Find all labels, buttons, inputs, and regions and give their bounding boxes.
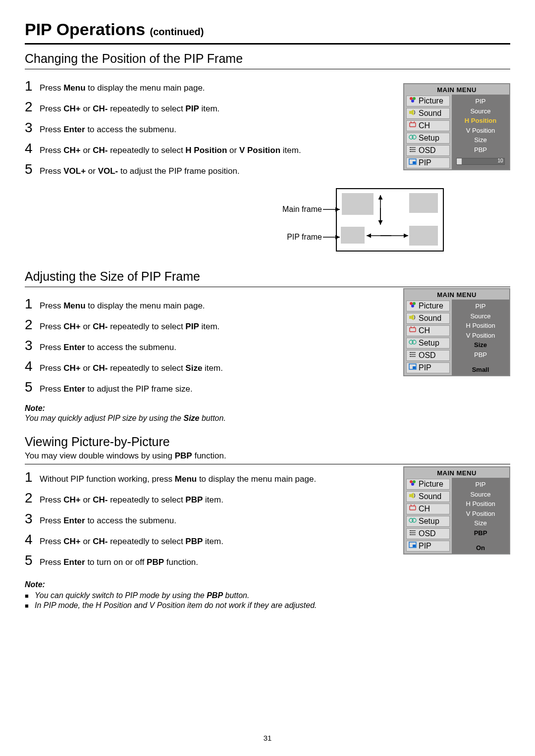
size-value: Small — [454, 366, 507, 373]
menu-item-setup[interactable]: Setup — [406, 338, 450, 349]
svg-rect-14 — [410, 149, 411, 150]
svg-rect-13 — [410, 147, 411, 148]
menu-item-sound[interactable]: Sound — [406, 313, 450, 324]
svg-point-0 — [410, 97, 413, 100]
step-number: 2 — [25, 490, 40, 506]
step: 5Press Enter to adjust the PIP frame siz… — [25, 379, 510, 395]
submenu-item-h-position[interactable]: H Position — [454, 321, 507, 331]
submenu-item-v-position[interactable]: V Position — [454, 126, 507, 136]
bullet-text: In PIP mode, the H Position and V Positi… — [35, 601, 317, 610]
submenu-item-size[interactable]: Size — [454, 340, 507, 350]
step-text: Press Enter to access the submenu. — [40, 121, 176, 136]
setup-icon — [409, 133, 417, 143]
step-number: 2 — [25, 317, 40, 333]
setup-icon — [409, 516, 417, 526]
menu-item-label: CH — [419, 121, 430, 130]
submenu-item-pip[interactable]: PIP — [454, 480, 507, 490]
section2-note-body: You may quickly adjust PIP size by using… — [25, 414, 510, 423]
section3-intro: You may view double windows by using PBP… — [25, 451, 510, 461]
svg-rect-3 — [409, 111, 411, 114]
submenu-item-pip[interactable]: PIP — [454, 302, 507, 311]
menu-item-pip[interactable]: PIP — [406, 157, 450, 168]
step-text: Press Enter to adjust the PIP frame size… — [40, 381, 193, 395]
slider-bar[interactable]: 10 — [456, 158, 504, 165]
menu-item-label: Setup — [419, 517, 439, 526]
menu-item-ch[interactable]: CH — [406, 325, 450, 336]
osd-icon — [409, 146, 417, 155]
menu-item-setup[interactable]: Setup — [406, 133, 450, 144]
step-text: Press CH+ or CH- repeatedly to select PI… — [40, 318, 219, 333]
submenu-item-h-position[interactable]: H Position — [454, 499, 507, 509]
submenu-item-pip[interactable]: PIP — [454, 97, 507, 106]
submenu-item-source[interactable]: Source — [454, 311, 507, 321]
divider-thin — [25, 69, 510, 69]
pbp-value: On — [454, 544, 507, 552]
step-number: 4 — [25, 141, 40, 156]
menu-item-pip[interactable]: PIP — [406, 362, 450, 373]
step-text: Without PIP function working, press Menu… — [40, 471, 316, 485]
picture-icon — [409, 301, 417, 311]
menu-item-sound[interactable]: Sound — [406, 491, 450, 502]
menu-item-ch[interactable]: CH — [406, 120, 450, 131]
menu-item-label: Picture — [419, 302, 443, 310]
svg-point-2 — [411, 100, 414, 102]
step-text: Press Enter to access the submenu. — [40, 512, 176, 527]
menu-item-label: PIP — [419, 158, 431, 167]
svg-rect-27 — [409, 316, 411, 319]
menu-item-label: Sound — [419, 492, 441, 501]
menu-item-label: CH — [419, 504, 430, 513]
svg-rect-55 — [410, 530, 411, 531]
bullet-square-icon: ■ — [25, 592, 35, 600]
bullet-text: You can quickly switch to PIP mode by us… — [35, 591, 249, 600]
submenu-item-pbp[interactable]: PBP — [454, 145, 507, 155]
note-bullet: ■You can quickly switch to PIP mode by u… — [25, 591, 510, 600]
menu-item-osd[interactable]: OSD — [406, 528, 450, 539]
submenu-item-source[interactable]: Source — [454, 106, 507, 116]
submenu-item-v-position[interactable]: V Position — [454, 331, 507, 341]
step-number: 5 — [25, 553, 40, 568]
menu-item-picture[interactable]: Picture — [406, 479, 450, 490]
svg-rect-37 — [410, 352, 411, 353]
section3-heading: Viewing Picture-by-Picture — [25, 435, 510, 449]
step-text: Press CH+ or CH- repeatedly to select H … — [40, 142, 301, 156]
menu-item-label: OSD — [419, 146, 436, 155]
submenu-item-size[interactable]: Size — [454, 518, 507, 528]
submenu-item-size[interactable]: Size — [454, 135, 507, 145]
menu-item-label: OSD — [419, 351, 436, 360]
menu-item-ch[interactable]: CH — [406, 504, 450, 514]
page-title: PIP Operations (continued) — [25, 20, 510, 39]
menu-item-picture[interactable]: Picture — [406, 301, 450, 311]
main-menu-box-3: MAIN MENU PictureSoundCHSetupOSDPIP PIPS… — [403, 466, 510, 554]
picture-icon — [409, 479, 417, 489]
pip-diagram: Main frame PIP frame — [263, 188, 461, 257]
submenu-item-pbp[interactable]: PBP — [454, 528, 507, 538]
menu-item-osd[interactable]: OSD — [406, 350, 450, 361]
sound-icon — [409, 108, 417, 118]
submenu-item-source[interactable]: Source — [454, 490, 507, 500]
submenu-item-pbp[interactable]: PBP — [454, 350, 507, 360]
menu-item-sound[interactable]: Sound — [406, 108, 450, 119]
menu-item-label: Sound — [419, 314, 441, 323]
svg-rect-38 — [410, 354, 411, 355]
step-text: Press VOL+ or VOL- to adjust the PIP fra… — [40, 163, 240, 177]
menu-item-label: Setup — [419, 134, 439, 143]
pip-icon — [409, 363, 417, 373]
submenu-item-v-position[interactable]: V Position — [454, 509, 507, 519]
step-text: Press CH+ or CH- repeatedly to select PI… — [40, 101, 219, 115]
svg-point-25 — [413, 302, 416, 305]
svg-point-44 — [411, 483, 414, 486]
bullet-square-icon: ■ — [25, 602, 35, 609]
menu-item-setup[interactable]: Setup — [406, 516, 450, 527]
menu-item-osd[interactable]: OSD — [406, 145, 450, 156]
submenu-item-h-position[interactable]: H Position — [454, 116, 507, 126]
menu-item-label: OSD — [419, 529, 436, 538]
svg-point-1 — [413, 97, 416, 100]
menu-item-pip[interactable]: PIP — [406, 541, 450, 552]
svg-marker-46 — [411, 493, 414, 499]
sound-icon — [409, 492, 417, 502]
step-number: 3 — [25, 511, 40, 527]
svg-rect-57 — [410, 534, 411, 535]
svg-marker-28 — [411, 314, 414, 320]
menu-item-picture[interactable]: Picture — [406, 96, 450, 106]
svg-point-24 — [410, 302, 413, 305]
